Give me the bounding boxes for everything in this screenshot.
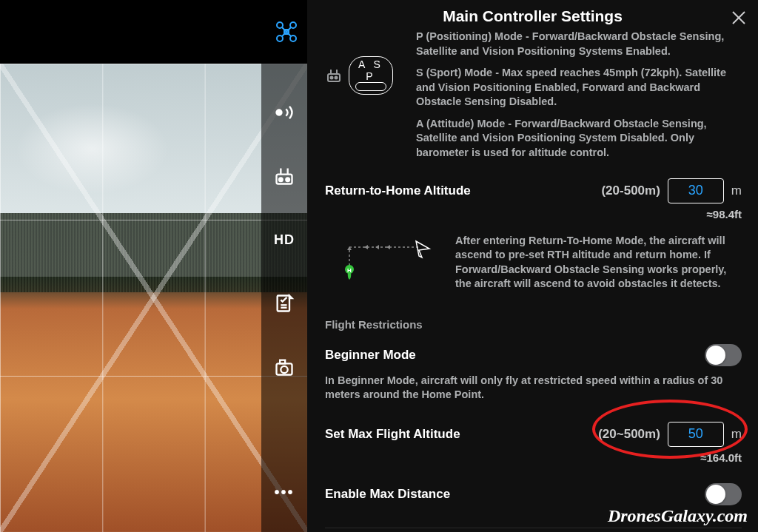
svg-point-9 (279, 178, 283, 181)
svg-point-3 (290, 36, 296, 41)
max-altitude-range-hint: (20~500m) (598, 427, 660, 442)
beginner-mode-description: In Beginner Mode, aircraft will only fly… (325, 374, 758, 403)
s-mode-text: S (Sport) Mode - Max speed reaches 45mph… (416, 66, 740, 110)
watermark-text: DronesGalaxy.com (608, 506, 748, 526)
a-mode-text: A (Attitude) Mode - Forward/Backward Obs… (416, 117, 740, 161)
rth-altitude-row: Return-to-Home Altitude (20-500m) m (325, 178, 758, 203)
hd-transmission-icon[interactable]: HD (274, 229, 295, 250)
rth-feet-hint: ≈98.4ft (325, 208, 758, 220)
svg-point-2 (277, 36, 283, 41)
beginner-mode-label: Beginner Mode (325, 348, 416, 363)
svg-point-10 (286, 178, 289, 181)
rth-diagram: H (331, 234, 435, 286)
flight-mode-description: P (Positioning) Mode - Forward/Backward … (416, 30, 758, 168)
close-icon[interactable] (730, 9, 748, 27)
max-altitude-label: Set Max Flight Altitude (325, 427, 460, 442)
rth-range-hint: (20-500m) (601, 183, 660, 198)
remote-controller-icon[interactable] (274, 166, 295, 186)
svg-text:H: H (347, 267, 352, 274)
flight-mode-indicator: A S P (325, 30, 403, 95)
max-altitude-feet-hint: ≈164.0ft (325, 451, 758, 464)
panel-title: Main Controller Settings (325, 7, 758, 25)
max-distance-toggle[interactable] (705, 483, 742, 505)
rth-unit: m (731, 183, 742, 198)
asp-mode-pill: A S P (349, 56, 393, 95)
max-altitude-row: Set Max Flight Altitude (20~500m) m (325, 422, 758, 447)
svg-point-23 (335, 77, 338, 79)
flight-restrictions-heading: Flight Restrictions (325, 318, 758, 331)
svg-rect-15 (280, 360, 285, 364)
camera-settings-icon[interactable] (274, 357, 295, 377)
max-altitude-unit: m (731, 427, 742, 442)
sensor-state-icon[interactable] (274, 293, 295, 314)
svg-rect-19 (328, 74, 340, 81)
signal-icon[interactable] (274, 102, 295, 123)
svg-point-5 (275, 109, 282, 115)
more-menu-icon[interactable]: ••• (274, 482, 295, 502)
svg-rect-11 (278, 296, 289, 312)
max-distance-label: Enable Max Distance (325, 487, 450, 502)
svg-point-0 (277, 22, 283, 28)
remote-icon (325, 67, 343, 84)
svg-point-1 (290, 22, 296, 28)
beginner-mode-toggle[interactable] (705, 344, 742, 366)
rth-altitude-label: Return-to-Home Altitude (325, 183, 471, 198)
max-altitude-input[interactable] (668, 422, 724, 447)
svg-point-16 (281, 366, 287, 373)
rth-altitude-input[interactable] (668, 178, 724, 203)
rth-description: After entering Return-To-Home Mode, the … (455, 234, 740, 292)
settings-icon-rail: HD ••• (261, 64, 307, 532)
max-distance-row: Enable Max Distance (325, 483, 758, 505)
p-mode-text: P (Positioning) Mode - Forward/Backward … (416, 30, 740, 58)
main-controller-settings-panel: Main Controller Settings A S P P (Positi… (307, 0, 758, 532)
aircraft-status-icon[interactable] (275, 21, 298, 43)
divider (325, 528, 742, 528)
top-bar (0, 0, 307, 64)
svg-point-22 (331, 77, 333, 79)
beginner-mode-row: Beginner Mode (325, 344, 758, 366)
